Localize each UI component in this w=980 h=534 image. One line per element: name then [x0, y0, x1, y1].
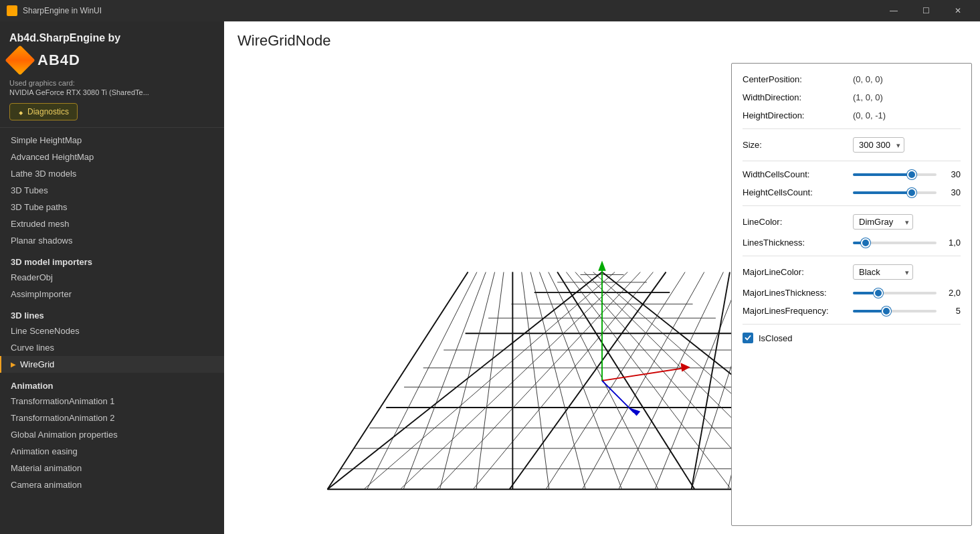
- sidebar-item-advanced-heightmap[interactable]: Advanced HeightMap: [0, 149, 224, 165]
- line-color-dropdown-wrapper[interactable]: DimGray: [853, 214, 913, 230]
- nav-label: Camera animation: [11, 480, 82, 490]
- height-cells-label: HeightCellsCount:: [743, 187, 853, 197]
- is-closed-row: IsClosed: [743, 333, 961, 343]
- nav-label: Simple HeightMap: [11, 135, 82, 145]
- sidebar-item-curve-lines[interactable]: Curve lines: [0, 339, 224, 356]
- major-lines-thickness-thumb[interactable]: [874, 288, 883, 298]
- width-cells-value: 30: [942, 169, 961, 179]
- major-lines-thickness-label: MajorLinesThickness:: [743, 288, 853, 298]
- major-line-color-label: MajorLineColor:: [743, 267, 853, 277]
- window-controls: — ☐ ✕: [878, 0, 973, 21]
- nav-label: 3D Tubes: [11, 185, 48, 195]
- width-direction-label: WidthDirection:: [743, 92, 853, 102]
- brand-title: Ab4d.SharpEngine by: [9, 32, 215, 44]
- lines-thickness-row: LinesThickness: 1,0: [743, 238, 961, 248]
- sidebar-item-transform-anim-2[interactable]: TransformationAnimation 2: [0, 410, 224, 426]
- svg-line-50: [327, 272, 602, 490]
- size-dropdown[interactable]: 300 300: [853, 137, 904, 153]
- sidebar-item-anim-easing[interactable]: Animation easing: [0, 443, 224, 460]
- width-direction-row: WidthDirection: (1, 0, 0): [743, 92, 961, 102]
- height-cells-track[interactable]: [853, 191, 937, 194]
- sidebar-item-lathe-3d[interactable]: Lathe 3D models: [0, 165, 224, 182]
- major-lines-freq-label: MajorLinesFrequency:: [743, 306, 853, 316]
- nav-label: ReaderObj: [11, 272, 53, 282]
- nav-label: Line SceneNodes: [11, 326, 80, 336]
- diagnostics-button[interactable]: ⬥ Diagnostics: [9, 103, 78, 120]
- content-area: WireGridNode: [224, 21, 980, 534]
- size-dropdown-wrapper[interactable]: 300 300: [853, 137, 904, 153]
- sidebar-item-3d-tubes[interactable]: 3D Tubes: [0, 182, 224, 199]
- line-color-row: LineColor: DimGray: [743, 214, 961, 230]
- nav-label: Global Animation properties: [11, 430, 118, 440]
- page-title: WireGridNode: [224, 21, 980, 55]
- svg-line-43: [522, 272, 549, 490]
- svg-line-57: [327, 272, 468, 490]
- nav-label: WireGrid: [20, 359, 54, 369]
- height-cells-fill: [853, 191, 912, 194]
- sidebar-item-global-anim[interactable]: Global Animation properties: [0, 426, 224, 443]
- sidebar-header: Ab4d.SharpEngine by AB4D Used graphics c…: [0, 21, 224, 128]
- height-cells-row: HeightCellsCount: 30: [743, 187, 961, 197]
- sidebar-nav: Simple HeightMap Advanced HeightMap Lath…: [0, 128, 224, 534]
- active-arrow: ▶: [11, 361, 16, 368]
- sidebar-item-wiregrid[interactable]: ▶ WireGrid: [0, 356, 224, 373]
- width-cells-thumb[interactable]: [907, 170, 916, 179]
- sidebar-item-planar-shadows[interactable]: Planar shadows: [0, 232, 224, 249]
- lines-thickness-track[interactable]: [853, 242, 937, 244]
- major-lines-freq-track[interactable]: [853, 310, 937, 313]
- major-lines-freq-slider-container: 5: [853, 306, 961, 316]
- major-lines-thickness-track[interactable]: [853, 292, 937, 294]
- nav-label: Material animation: [11, 463, 82, 473]
- nav-label: Curve lines: [11, 343, 54, 353]
- sidebar-item-camera-anim[interactable]: Camera animation: [0, 476, 224, 493]
- major-line-color-dropdown-wrapper[interactable]: Black: [853, 264, 913, 280]
- nav-label: TransformationAnimation 2: [11, 413, 115, 423]
- width-cells-track[interactable]: [853, 173, 937, 176]
- svg-line-60: [602, 368, 685, 381]
- nav-label: TransformationAnimation 1: [11, 396, 115, 406]
- line-color-label: LineColor:: [743, 217, 853, 227]
- height-direction-label: HeightDirection:: [743, 110, 853, 120]
- major-line-color-dropdown[interactable]: Black: [853, 264, 913, 280]
- section-3d-lines: 3D lines: [0, 305, 224, 323]
- major-lines-thickness-row: MajorLinesThickness: 2,0: [743, 288, 961, 298]
- title-left: SharpEngine in WinUI: [7, 5, 102, 16]
- gpu-name: NVIDIA GeForce RTX 3080 Ti (SharedTe...: [9, 88, 215, 96]
- svg-line-27: [655, 272, 743, 490]
- diagnostics-label: Diagnostics: [27, 107, 69, 116]
- center-position-row: CenterPosition: (0, 0, 0): [743, 74, 961, 84]
- height-direction-value: (0, 0, -1): [853, 110, 886, 120]
- width-cells-label: WidthCellsCount:: [743, 169, 853, 179]
- svg-line-24: [546, 272, 685, 490]
- height-cells-thumb[interactable]: [907, 188, 916, 197]
- lines-thickness-value: 1,0: [942, 238, 961, 248]
- nav-label: 3D Tube paths: [11, 202, 68, 212]
- svg-line-48: [367, 272, 477, 490]
- nav-label: Animation easing: [11, 446, 78, 456]
- sidebar-item-material-anim[interactable]: Material animation: [0, 460, 224, 476]
- close-button[interactable]: ✕: [943, 0, 973, 21]
- line-color-dropdown[interactable]: DimGray: [853, 214, 913, 230]
- major-lines-freq-thumb[interactable]: [882, 306, 891, 316]
- sidebar-item-transform-anim-1[interactable]: TransformationAnimation 1: [0, 393, 224, 410]
- sidebar-item-extruded-mesh[interactable]: Extruded mesh: [0, 215, 224, 232]
- sidebar-item-line-scene-nodes[interactable]: Line SceneNodes: [0, 323, 224, 339]
- minimize-button[interactable]: —: [878, 0, 909, 21]
- height-cells-value: 30: [942, 187, 961, 197]
- is-closed-checkbox[interactable]: [743, 333, 753, 343]
- checkmark-icon: [745, 335, 751, 341]
- sidebar-item-3d-tube-paths[interactable]: 3D Tube paths: [0, 199, 224, 215]
- sidebar-item-readerobj[interactable]: ReaderObj: [0, 269, 224, 286]
- major-lines-thickness-value: 2,0: [942, 288, 961, 298]
- lines-thickness-label: LinesThickness:: [743, 238, 853, 248]
- height-cells-slider-container: 30: [853, 187, 961, 197]
- sidebar-item-simple-heightmap[interactable]: Simple HeightMap: [0, 132, 224, 149]
- svg-marker-63: [629, 408, 640, 416]
- sidebar-item-assimp[interactable]: AssimpImporter: [0, 286, 224, 302]
- maximize-button[interactable]: ☐: [910, 0, 941, 21]
- sidebar: Ab4d.SharpEngine by AB4D Used graphics c…: [0, 21, 224, 534]
- diagnostics-icon: ⬥: [18, 106, 23, 117]
- logo-area: AB4D: [9, 50, 215, 71]
- lines-thickness-thumb[interactable]: [861, 238, 870, 248]
- divider-3: [743, 205, 961, 206]
